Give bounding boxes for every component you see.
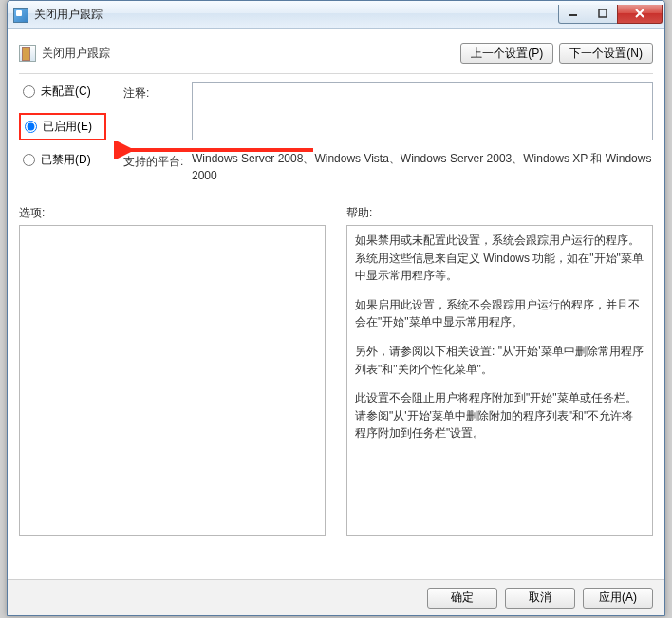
help-p4: 此设置不会阻止用户将程序附加到"开始"菜单或任务栏。请参阅"从'开始'菜单中删除… bbox=[355, 389, 644, 442]
radio-enabled-input[interactable] bbox=[25, 121, 37, 133]
ok-button[interactable]: 确定 bbox=[427, 588, 497, 609]
help-p2: 如果启用此设置，系统不会跟踪用户运行的程序，并且不会在"开始"菜单中显示常用程序… bbox=[355, 296, 644, 331]
divider bbox=[19, 73, 653, 74]
apply-button[interactable]: 应用(A) bbox=[583, 588, 653, 609]
app-icon bbox=[13, 8, 28, 23]
radio-disabled-label: 已禁用(D) bbox=[41, 152, 91, 168]
button-bar: 确定 取消 应用(A) bbox=[8, 579, 664, 615]
options-label: 选项: bbox=[19, 205, 326, 221]
platform-label: 支持的平台: bbox=[123, 150, 192, 184]
close-button[interactable] bbox=[617, 5, 663, 24]
radio-enabled[interactable]: 已启用(E) bbox=[19, 113, 106, 140]
window-controls bbox=[559, 5, 663, 26]
policy-title: 关闭用户跟踪 bbox=[42, 46, 110, 62]
options-pane bbox=[19, 225, 326, 536]
help-p3: 另外，请参阅以下相关设置: "从'开始'菜单中删除常用程序列表"和"关闭个性化菜… bbox=[355, 343, 644, 378]
prev-setting-button[interactable]: 上一个设置(P) bbox=[460, 43, 553, 64]
window-title: 关闭用户跟踪 bbox=[34, 7, 559, 23]
maximize-button[interactable] bbox=[588, 5, 618, 24]
title-bar[interactable]: 关闭用户跟踪 bbox=[8, 1, 664, 29]
comment-textarea[interactable] bbox=[192, 82, 653, 140]
state-radio-group: 未配置(C) 已启用(E) 已禁用(D) bbox=[19, 82, 123, 181]
platform-text: Windows Server 2008、Windows Vista、Window… bbox=[192, 150, 653, 184]
policy-icon bbox=[19, 45, 36, 62]
content-area: 关闭用户跟踪 上一个设置(P) 下一个设置(N) 未配置(C) 已启用(E) bbox=[8, 29, 664, 615]
comment-label: 注释: bbox=[123, 82, 192, 140]
next-setting-button[interactable]: 下一个设置(N) bbox=[559, 43, 653, 64]
radio-disabled-input[interactable] bbox=[23, 154, 35, 166]
radio-disabled[interactable]: 已禁用(D) bbox=[19, 152, 123, 168]
svg-rect-1 bbox=[599, 9, 607, 17]
radio-not-configured-label: 未配置(C) bbox=[41, 84, 91, 100]
help-label: 帮助: bbox=[346, 205, 653, 221]
radio-enabled-label: 已启用(E) bbox=[43, 119, 92, 135]
help-p1: 如果禁用或未配置此设置，系统会跟踪用户运行的程序。系统用这些信息来自定义 Win… bbox=[355, 232, 644, 285]
help-pane: 如果禁用或未配置此设置，系统会跟踪用户运行的程序。系统用这些信息来自定义 Win… bbox=[346, 225, 653, 536]
cancel-button[interactable]: 取消 bbox=[505, 588, 575, 609]
radio-not-configured-input[interactable] bbox=[23, 85, 35, 98]
minimize-button[interactable] bbox=[558, 5, 588, 24]
dialog-window: 关闭用户跟踪 关闭用户跟踪 上一个设置(P) 下一个设置(N) bbox=[7, 0, 665, 616]
header-row: 关闭用户跟踪 上一个设置(P) 下一个设置(N) bbox=[19, 39, 653, 71]
radio-not-configured[interactable]: 未配置(C) bbox=[19, 84, 123, 100]
